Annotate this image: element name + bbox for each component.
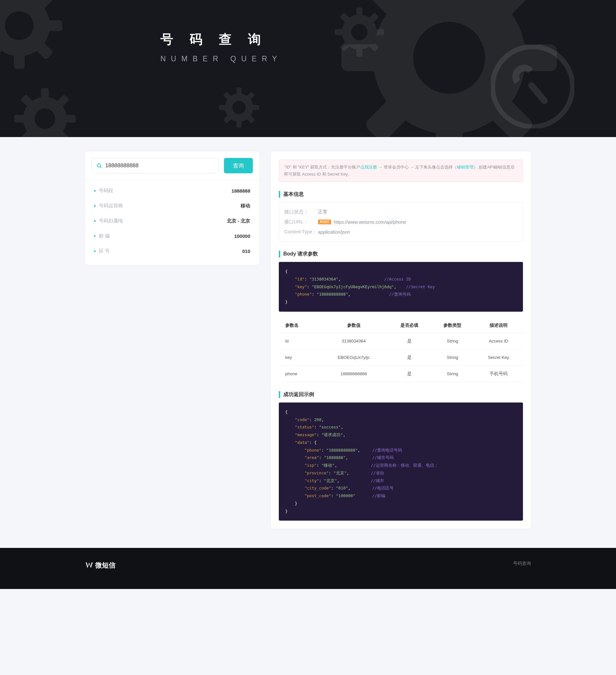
table-header: 参数类型 — [431, 318, 474, 333]
gear-icon — [13, 87, 77, 137]
page-subtitle: NUMBER QUERY — [160, 55, 616, 63]
section-title-resp: 成功返回示例 — [279, 391, 523, 398]
tip-box: "ID" 和 "KEY" 获取方式：先注册平台账户点我注册 → 登录会员中心 →… — [279, 159, 523, 182]
method-badge: POST — [318, 220, 331, 224]
footer: 微短信 号码查询 — [0, 548, 616, 589]
svg-rect-11 — [41, 88, 49, 101]
section-title-body: Body 请求参数 — [279, 251, 523, 257]
svg-point-52 — [97, 164, 101, 167]
result-row: 邮 编100000 — [85, 229, 259, 244]
gear-icon — [218, 87, 260, 128]
page-title: 号 码 查 询 — [160, 30, 616, 48]
ct-value: application/json — [318, 229, 350, 235]
search-icon — [96, 163, 102, 168]
svg-rect-14 — [63, 115, 76, 123]
svg-rect-24 — [251, 105, 259, 110]
ct-label: Content-Type： — [284, 229, 318, 235]
url-label: 接口URL： — [284, 219, 318, 225]
brand-logo: 微短信 — [85, 561, 115, 570]
result-row: 号码段1888888 — [85, 183, 259, 198]
table-row: phone18888888888是String手机号码 — [279, 366, 523, 382]
svg-point-29 — [232, 101, 246, 114]
hero: 号 码 查 询 NUMBER QUERY — [0, 0, 616, 137]
table-row: id3138034364是StringAccess ID — [279, 333, 523, 349]
status-value: 正常 — [318, 209, 328, 215]
register-link[interactable]: 点我注册 — [360, 165, 377, 169]
search-button[interactable]: 查询 — [224, 158, 253, 173]
params-table: 参数名参数值是否必填参数类型描述说明 id3138034364是StringAc… — [279, 318, 523, 382]
svg-point-19 — [35, 108, 55, 129]
footer-link[interactable]: 号码查询 — [513, 561, 531, 567]
svg-rect-21 — [237, 88, 242, 96]
section-title-basic: 基本信息 — [279, 191, 523, 198]
table-header: 描述说明 — [474, 318, 523, 333]
table-row: keyEBOEGqUx7yIjc是StringSecret Key — [279, 349, 523, 366]
response-code-block: { "code": 200, "status": "success", "mes… — [279, 402, 523, 521]
url-value: https://www.weisms.com/api/phone — [334, 220, 406, 225]
body-code-block: { "id": "3138034364", //Access ID "key":… — [279, 262, 523, 312]
svg-rect-13 — [14, 115, 27, 123]
table-header: 参数值 — [320, 318, 387, 333]
table-header: 是否必填 — [388, 318, 431, 333]
info-box: 接口状态：正常 接口URL：POSThttps://www.weisms.com… — [279, 202, 523, 242]
result-row: 号码归属地北京 - 北京 — [85, 213, 259, 229]
search-input[interactable] — [105, 162, 214, 169]
secret-mgmt-link[interactable]: 秘钥管理 — [457, 165, 473, 169]
table-header: 参数名 — [279, 318, 320, 333]
svg-rect-42 — [436, 121, 463, 137]
search-input-wrap[interactable] — [91, 158, 219, 173]
result-row: 区 号010 — [85, 244, 259, 259]
status-label: 接口状态： — [284, 209, 318, 215]
svg-rect-51 — [527, 81, 549, 105]
result-row: 号码运营商移动 — [85, 198, 259, 213]
logo-icon — [85, 561, 93, 570]
svg-rect-22 — [237, 119, 242, 128]
svg-rect-23 — [219, 105, 228, 110]
svg-line-53 — [100, 167, 101, 168]
result-list: 号码段1888888号码运营商移动号码归属地北京 - 北京邮 编100000区 … — [85, 180, 259, 265]
